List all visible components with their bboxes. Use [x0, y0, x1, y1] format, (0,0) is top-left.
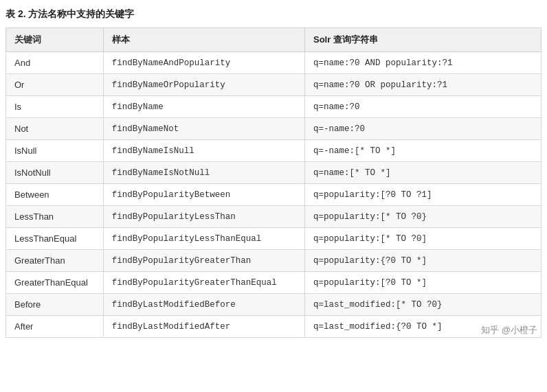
sample-cell: findByLastModifiedBefore	[103, 294, 304, 316]
table-row: LessThanfindByPopularityLessThanq=popula…	[6, 206, 542, 228]
keyword-cell: Between	[6, 184, 104, 206]
sample-cell: findByPopularityLessThan	[103, 206, 304, 228]
query-cell: q=name:?0	[305, 96, 542, 118]
keyword-cell: And	[6, 52, 104, 74]
table-row: GreaterThanfindByPopularityGreaterThanq=…	[6, 250, 542, 272]
query-cell: q=-name:?0	[305, 118, 542, 140]
table-row: IsfindByNameq=name:?0	[6, 96, 542, 118]
keyword-cell: Or	[6, 74, 104, 96]
table-body: AndfindByNameAndPopularityq=name:?0 AND …	[6, 52, 542, 338]
keyword-cell: After	[6, 316, 104, 338]
keyword-cell: Before	[6, 294, 104, 316]
table-row: IsNotNullfindByNameIsNotNullq=name:[* TO…	[6, 162, 542, 184]
keyword-cell: LessThanEqual	[6, 228, 104, 250]
keyword-table: 关键词 样本 Solr 查询字符串 AndfindByNameAndPopula…	[5, 27, 542, 338]
sample-cell: findByName	[103, 96, 304, 118]
table-row: AfterfindByLastModifiedAfterq=last_modif…	[6, 316, 542, 338]
table-row: GreaterThanEqualfindByPopularityGreaterT…	[6, 272, 542, 294]
table-row: NotfindByNameNotq=-name:?0	[6, 118, 542, 140]
table-header-row: 关键词 样本 Solr 查询字符串	[6, 28, 542, 52]
keyword-cell: GreaterThan	[6, 250, 104, 272]
keyword-cell: IsNotNull	[6, 162, 104, 184]
query-cell: q=-name:[* TO *]	[305, 140, 542, 162]
sample-cell: findByPopularityLessThanEqual	[103, 228, 304, 250]
table-row: AndfindByNameAndPopularityq=name:?0 AND …	[6, 52, 542, 74]
keyword-cell: Not	[6, 118, 104, 140]
query-cell: q=popularity:[* TO ?0}	[305, 206, 542, 228]
sample-cell: findByNameIsNotNull	[103, 162, 304, 184]
query-cell: q=popularity:[?0 TO *]	[305, 272, 542, 294]
query-cell: q=popularity:[?0 TO ?1]	[305, 184, 542, 206]
sample-cell: findByPopularityGreaterThan	[103, 250, 304, 272]
sample-cell: findByNameAndPopularity	[103, 52, 304, 74]
sample-cell: findByNameIsNull	[103, 140, 304, 162]
keyword-cell: GreaterThanEqual	[6, 272, 104, 294]
query-cell: q=name:[* TO *]	[305, 162, 542, 184]
query-cell: q=last_modified:[* TO ?0}	[305, 294, 542, 316]
table-row: IsNullfindByNameIsNullq=-name:[* TO *]	[6, 140, 542, 162]
col-header-keyword: 关键词	[6, 28, 104, 52]
query-cell: q=name:?0 OR popularity:?1	[305, 74, 542, 96]
sample-cell: findByPopularityBetween	[103, 184, 304, 206]
table-row: LessThanEqualfindByPopularityLessThanEqu…	[6, 228, 542, 250]
sample-cell: findByLastModifiedAfter	[103, 316, 304, 338]
keyword-cell: LessThan	[6, 206, 104, 228]
table-container: 表 2. 方法名称中支持的关键字 关键词 样本 Solr 查询字符串 Andfi…	[0, 0, 547, 351]
col-header-sample: 样本	[103, 28, 304, 52]
table-row: BeforefindByLastModifiedBeforeq=last_mod…	[6, 294, 542, 316]
sample-cell: findByNameNot	[103, 118, 304, 140]
col-header-query: Solr 查询字符串	[305, 28, 542, 52]
query-cell: q=popularity:{?0 TO *]	[305, 250, 542, 272]
sample-cell: findByNameOrPopularity	[103, 74, 304, 96]
watermark: 知乎 @小橙子	[481, 324, 537, 336]
sample-cell: findByPopularityGreaterThanEqual	[103, 272, 304, 294]
query-cell: q=popularity:[* TO ?0]	[305, 228, 542, 250]
table-title: 表 2. 方法名称中支持的关键字	[5, 8, 542, 21]
table-row: OrfindByNameOrPopularityq=name:?0 OR pop…	[6, 74, 542, 96]
query-cell: q=name:?0 AND popularity:?1	[305, 52, 542, 74]
keyword-cell: IsNull	[6, 140, 104, 162]
table-row: BetweenfindByPopularityBetweenq=populari…	[6, 184, 542, 206]
keyword-cell: Is	[6, 96, 104, 118]
